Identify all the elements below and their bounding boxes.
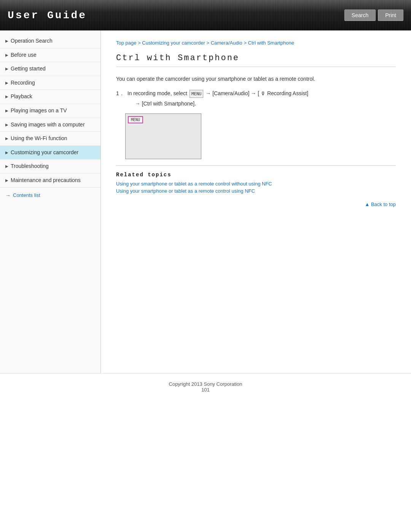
breadcrumb-separator2: >	[206, 40, 210, 46]
sidebar-label: Before use	[11, 51, 95, 59]
sidebar-label: Playback	[11, 93, 95, 101]
step-text-end: Recording Assist]	[267, 90, 308, 96]
arrow-icon: ▶	[5, 178, 8, 183]
breadcrumb-separator: >	[138, 40, 142, 46]
related-title: Related topics	[116, 172, 396, 178]
step-1: 1． In recording mode, select MENU → [Cam…	[116, 89, 396, 108]
divider	[116, 165, 396, 166]
menu-button-inline: MENU	[190, 90, 204, 98]
print-button[interactable]: Print	[378, 10, 403, 21]
step-number: 1．	[116, 89, 124, 97]
sidebar-label: Troubleshooting	[11, 163, 95, 170]
arrow-icon: ▶	[5, 122, 8, 128]
arrow-icon: ▶	[5, 94, 8, 99]
menu-screenshot-label: MENU	[128, 116, 143, 123]
sidebar-label: Saving images with a computer	[11, 121, 95, 129]
page-number: 101	[201, 387, 210, 393]
main-layout: ▶ Operation Search ▶ Before use ▶ Gettin…	[0, 30, 411, 373]
sidebar-label: Getting started	[11, 65, 95, 73]
breadcrumb-camera-audio[interactable]: Camera/Audio	[211, 40, 242, 46]
sidebar-label: Recording	[11, 79, 95, 87]
sidebar-item-playback[interactable]: ▶ Playback	[0, 90, 100, 104]
arrow-icon: ▶	[5, 108, 8, 113]
sidebar-item-maintenance[interactable]: ▶ Maintenance and precautions	[0, 174, 100, 188]
sidebar-item-troubleshooting[interactable]: ▶ Troubleshooting	[0, 160, 100, 174]
recording-assist-icon: 🎙	[261, 91, 266, 96]
arrow-icon: ▶	[5, 66, 8, 72]
step-content: In recording mode, select MENU → [Camera…	[127, 89, 396, 108]
main-content: Top page > Customizing your camcorder > …	[101, 30, 411, 373]
arrow-icon: ▶	[5, 136, 8, 141]
breadcrumb: Top page > Customizing your camcorder > …	[116, 40, 396, 46]
sidebar-item-recording[interactable]: ▶ Recording	[0, 76, 100, 90]
copyright-text: Copyright 2013 Sony Corporation	[169, 381, 242, 387]
page-footer: Copyright 2013 Sony Corporation 101	[0, 373, 411, 400]
sidebar-label: Maintenance and precautions	[11, 177, 95, 184]
sidebar-item-saving-images[interactable]: ▶ Saving images with a computer	[0, 118, 100, 132]
related-topics: Related topics Using your smartphone or …	[116, 172, 396, 194]
arrow-icon: ▶	[5, 38, 8, 44]
breadcrumb-ctrl-smartphone[interactable]: Ctrl with Smartphone	[248, 40, 294, 46]
breadcrumb-top[interactable]: Top page	[116, 40, 137, 46]
sidebar-label: Using the Wi-Fi function	[11, 135, 95, 142]
related-link-1[interactable]: Using your smartphone or tablet as a rem…	[116, 181, 396, 187]
sidebar-item-before-use[interactable]: ▶ Before use	[0, 48, 100, 62]
sidebar-item-customizing[interactable]: ▶ Customizing your camcorder	[0, 146, 100, 160]
breadcrumb-customizing[interactable]: Customizing your camcorder	[142, 40, 205, 46]
search-button[interactable]: Search	[344, 10, 376, 21]
contents-list-label: Contents list	[13, 192, 40, 198]
menu-screenshot: MENU	[125, 113, 201, 159]
sidebar: ▶ Operation Search ▶ Before use ▶ Gettin…	[0, 30, 101, 373]
sidebar-item-operation-search[interactable]: ▶ Operation Search	[0, 34, 100, 48]
page-header: User Guide Search Print	[0, 0, 411, 30]
arrow-icon: ▶	[5, 150, 8, 155]
page-title: Ctrl with Smartphone	[116, 53, 396, 67]
sidebar-label: Playing images on a TV	[11, 107, 95, 115]
back-to-top-link[interactable]: ▲ Back to top	[365, 201, 396, 207]
step-sub: → [Ctrl with Smartphone].	[135, 99, 396, 108]
arrow-icon: ▶	[5, 80, 8, 86]
back-to-top-row: ▲ Back to top	[116, 201, 396, 207]
step-text-middle: → [Camera/Audio] → [	[206, 90, 259, 96]
step-text-prefix: In recording mode, select	[127, 90, 189, 96]
sidebar-item-getting-started[interactable]: ▶ Getting started	[0, 62, 100, 76]
header-buttons: Search Print	[344, 10, 403, 21]
sidebar-label: Operation Search	[11, 37, 95, 45]
breadcrumb-separator3: >	[244, 40, 248, 46]
contents-list-link[interactable]: → Contents list	[0, 188, 100, 203]
sidebar-item-wifi[interactable]: ▶ Using the Wi-Fi function	[0, 132, 100, 146]
arrow-icon: ▶	[5, 164, 8, 169]
sidebar-item-playing-images-tv[interactable]: ▶ Playing images on a TV	[0, 104, 100, 118]
site-title: User Guide	[8, 10, 87, 21]
arrow-right-icon: →	[5, 192, 11, 198]
content-description: You can operate the camcorder using your…	[116, 75, 396, 83]
related-link-2[interactable]: Using your smartphone or tablet as a rem…	[116, 188, 396, 194]
arrow-icon: ▶	[5, 53, 8, 58]
sidebar-label: Customizing your camcorder	[11, 149, 95, 157]
